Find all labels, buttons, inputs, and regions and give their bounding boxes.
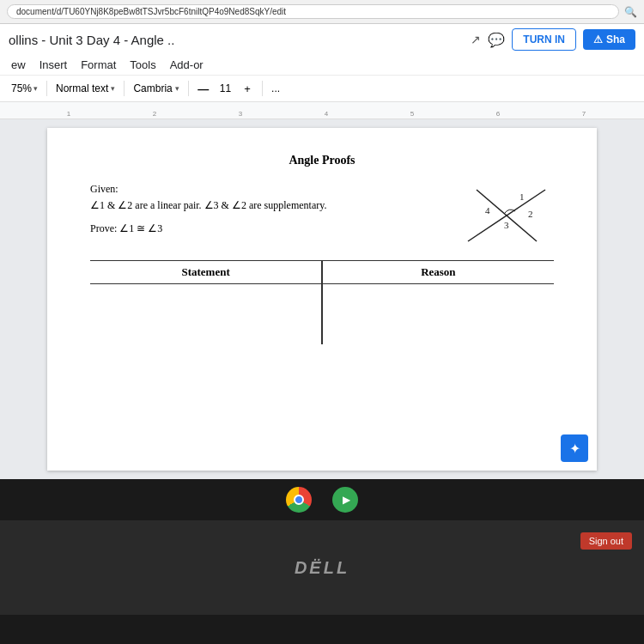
browser-url[interactable]: document/d/TU60YNj8K8peBw8tTSJvr5bcF6tni… bbox=[7, 4, 619, 19]
zoom-dropdown[interactable]: 75% ▾ bbox=[7, 81, 42, 96]
statement-body[interactable] bbox=[90, 284, 321, 344]
menu-item-insert[interactable]: Insert bbox=[33, 56, 74, 74]
angle-diagram: 1 2 3 4 bbox=[459, 181, 554, 250]
ruler-mark-1: 1 bbox=[67, 110, 70, 118]
menu-item-addons[interactable]: Add-or bbox=[164, 56, 210, 74]
floating-action-button[interactable]: ✦ bbox=[561, 434, 588, 462]
style-dropdown[interactable]: Normal text ▾ bbox=[52, 81, 119, 96]
document-title: Angle Proofs bbox=[90, 154, 554, 167]
comment-icon[interactable]: 💬 bbox=[488, 32, 505, 48]
zoom-value: 75% bbox=[11, 82, 32, 94]
zoom-arrow-icon: ▾ bbox=[33, 84, 38, 93]
warning-icon: ⚠ bbox=[593, 33, 603, 46]
reason-body[interactable] bbox=[323, 284, 554, 344]
media-taskbar-icon[interactable]: ▶ bbox=[332, 487, 358, 513]
menu-item-view[interactable]: ew bbox=[5, 56, 32, 74]
proof-table-header: Statement Reason bbox=[90, 261, 554, 284]
ruler-mark-5: 5 bbox=[410, 110, 414, 118]
font-size-value: 11 bbox=[216, 82, 234, 94]
ruler-mark-3: 3 bbox=[239, 110, 242, 118]
font-size-decrease-button[interactable]: — bbox=[193, 78, 214, 99]
toolbar-sep-2 bbox=[124, 81, 125, 96]
style-value: Normal text bbox=[56, 82, 108, 94]
play-icon: ▶ bbox=[343, 494, 350, 506]
svg-text:3: 3 bbox=[504, 220, 509, 230]
sign-out-button[interactable]: Sign out bbox=[580, 532, 632, 550]
font-arrow-icon: ▾ bbox=[175, 84, 179, 93]
doc-body-text: Given: ∠1 & ∠2 are a linear pair. ∠3 & ∠… bbox=[90, 181, 446, 238]
menu-bar: ew Insert Format Tools Add-or bbox=[0, 55, 644, 75]
trend-icon[interactable]: ↗ bbox=[471, 33, 481, 46]
ruler: 1 2 3 4 5 6 7 bbox=[0, 102, 644, 119]
svg-text:1: 1 bbox=[519, 191, 525, 202]
toolbar-sep-1 bbox=[46, 81, 47, 96]
docs-app: ollins - Unit 3 Day 4 - Angle .. ↗ 💬 TUR… bbox=[0, 24, 644, 479]
font-dropdown[interactable]: Cambria ▾ bbox=[129, 81, 183, 96]
ruler-mark-6: 6 bbox=[496, 110, 500, 118]
proof-table-body bbox=[90, 284, 554, 344]
ruler-mark-7: 7 bbox=[582, 110, 586, 118]
ruler-mark-4: 4 bbox=[325, 110, 328, 118]
ruler-mark-2: 2 bbox=[153, 110, 156, 118]
svg-text:2: 2 bbox=[528, 209, 533, 219]
turn-in-button[interactable]: TURN IN bbox=[512, 28, 576, 51]
docs-title: ollins - Unit 3 Day 4 - Angle .. bbox=[9, 33, 464, 47]
given-text: ∠1 & ∠2 are a linear pair. ∠3 & ∠2 are s… bbox=[90, 197, 446, 214]
menu-item-tools[interactable]: Tools bbox=[124, 56, 161, 74]
docs-title-bar: ollins - Unit 3 Day 4 - Angle .. ↗ 💬 TUR… bbox=[0, 24, 644, 55]
given-label: Given: bbox=[90, 181, 446, 197]
toolbar-sep-3 bbox=[188, 81, 189, 96]
svg-text:4: 4 bbox=[485, 205, 490, 216]
proof-table: Statement Reason bbox=[90, 260, 554, 344]
taskbar: ▶ bbox=[0, 479, 644, 520]
share-button[interactable]: ⚠Sha bbox=[583, 29, 635, 50]
format-toolbar: 75% ▾ Normal text ▾ Cambria ▾ — 11 + ... bbox=[0, 75, 644, 102]
font-value: Cambria bbox=[133, 82, 172, 94]
chrome-taskbar-icon[interactable] bbox=[286, 487, 312, 513]
font-size-increase-button[interactable]: + bbox=[237, 78, 258, 99]
statement-header: Statement bbox=[90, 261, 321, 283]
desktop-bottom-bar: DЁLL Sign out bbox=[0, 520, 644, 615]
style-arrow-icon: ▾ bbox=[111, 84, 115, 93]
dell-logo: DЁLL bbox=[295, 558, 349, 578]
doc-content-area: Angle Proofs Given: ∠1 & ∠2 are a linear… bbox=[0, 119, 644, 479]
browser-search-icon[interactable]: 🔍 bbox=[624, 6, 637, 18]
toolbar-sep-4 bbox=[262, 81, 263, 96]
more-options-button[interactable]: ... bbox=[267, 81, 284, 96]
doc-page[interactable]: Angle Proofs Given: ∠1 & ∠2 are a linear… bbox=[47, 128, 597, 471]
reason-header: Reason bbox=[323, 261, 554, 283]
browser-bar: document/d/TU60YNj8K8peBw8tTSJvr5bcF6tni… bbox=[0, 0, 644, 24]
menu-item-format[interactable]: Format bbox=[75, 56, 122, 74]
prove-text: Prove: ∠1 ≅ ∠3 bbox=[90, 221, 446, 237]
